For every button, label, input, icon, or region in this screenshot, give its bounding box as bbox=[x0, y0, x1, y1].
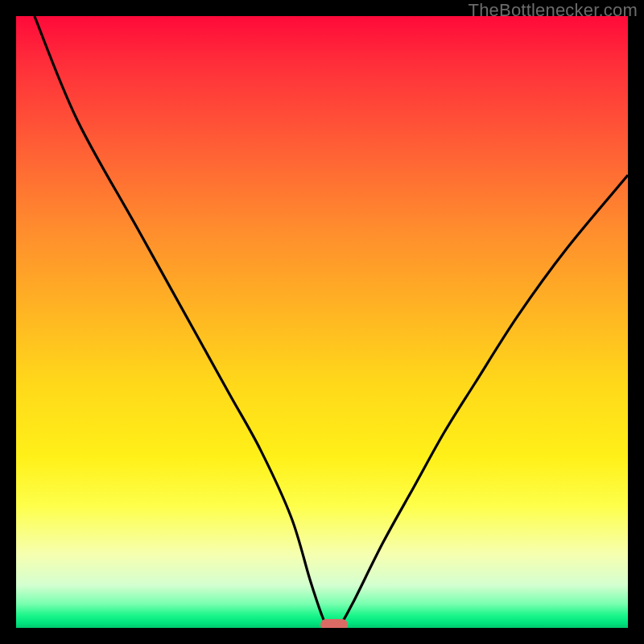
bottleneck-curve bbox=[16, 16, 628, 628]
chart-frame: TheBottlenecker.com bbox=[0, 0, 644, 644]
attribution-label: TheBottlenecker.com bbox=[469, 0, 638, 21]
curve-path bbox=[35, 16, 628, 628]
optimal-point-marker bbox=[320, 619, 348, 628]
plot-area bbox=[16, 16, 628, 628]
